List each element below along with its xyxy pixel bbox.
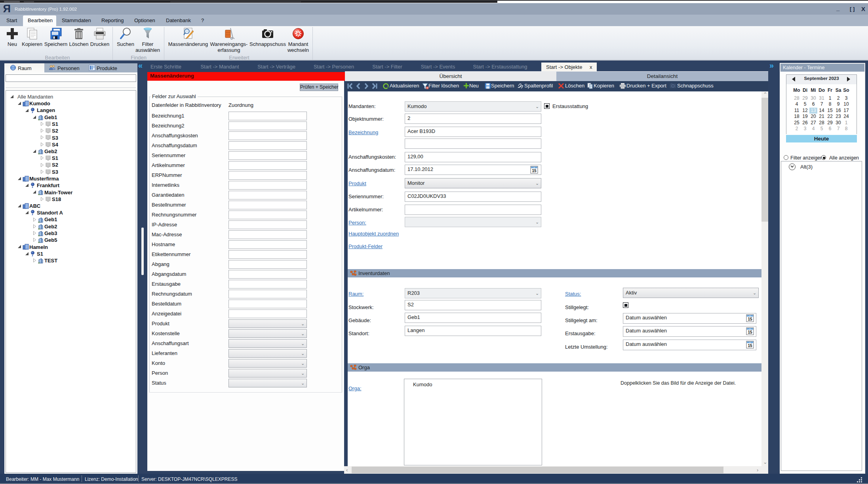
svg-text:15: 15 [748,317,752,321]
svg-text:15: 15 [532,169,537,173]
svg-text:15: 15 [748,344,752,348]
svg-text:15: 15 [748,330,752,334]
